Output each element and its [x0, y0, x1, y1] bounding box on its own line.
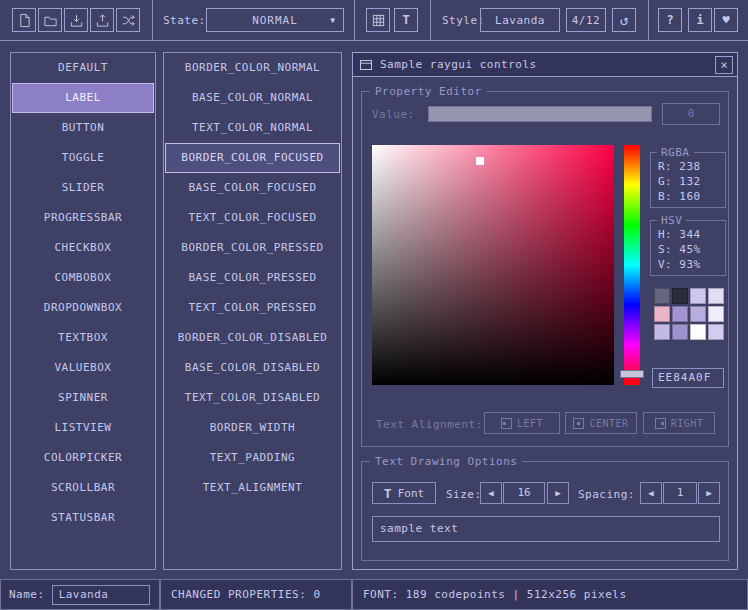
- control-type-item[interactable]: DEFAULT: [11, 53, 155, 83]
- group-label: Property Editor: [370, 85, 487, 98]
- align-right-button[interactable]: RIGHT: [643, 412, 715, 434]
- help-button[interactable]: ?: [658, 8, 682, 32]
- style-export-button[interactable]: [90, 8, 114, 32]
- hue-slider-handle[interactable]: [620, 370, 644, 378]
- save-icon: [69, 13, 84, 28]
- style-property-item[interactable]: BORDER_COLOR_PRESSED: [164, 233, 341, 263]
- size-value-box[interactable]: 16: [503, 482, 545, 504]
- color-swatch[interactable]: [690, 288, 706, 304]
- color-swatch[interactable]: [690, 306, 706, 322]
- info-button[interactable]: i: [688, 8, 712, 32]
- color-swatch[interactable]: [654, 306, 670, 322]
- hsv-group: HSV H: 344 S: 45% V: 93%: [650, 220, 726, 276]
- style-property-item[interactable]: TEXT_COLOR_NORMAL: [164, 113, 341, 143]
- color-swatch[interactable]: [708, 306, 724, 322]
- style-count-button[interactable]: 4/12: [566, 8, 606, 32]
- window-titlebar[interactable]: Sample raygui controls ×: [353, 53, 737, 77]
- control-type-item[interactable]: PROGRESSBAR: [11, 203, 155, 233]
- rgba-b-value: B: 160: [651, 189, 725, 204]
- align-right-label: RIGHT: [671, 418, 704, 429]
- value-slider[interactable]: [428, 106, 652, 122]
- value-box[interactable]: 0: [662, 103, 720, 125]
- color-swatch[interactable]: [654, 288, 670, 304]
- close-icon: ×: [720, 58, 727, 72]
- control-type-item[interactable]: CHECKBOX: [11, 233, 155, 263]
- text-drawing-options-group: Text Drawing Options T Font Size: ◀ 16 ▶…: [361, 461, 729, 561]
- color-swatch[interactable]: [708, 324, 724, 340]
- style-property-item[interactable]: TEXT_COLOR_DISABLED: [164, 383, 341, 413]
- text-alignment-label: Text Alignment:: [376, 418, 483, 431]
- align-center-icon: [573, 418, 584, 429]
- control-type-item[interactable]: SCROLLBAR: [11, 473, 155, 503]
- size-increase-button[interactable]: ▶: [547, 482, 569, 504]
- spacing-value-box[interactable]: 1: [663, 482, 697, 504]
- control-type-item[interactable]: TOGGLE: [11, 143, 155, 173]
- control-type-item[interactable]: SPINNER: [11, 383, 155, 413]
- style-property-item[interactable]: TEXT_COLOR_FOCUSED: [164, 203, 341, 233]
- color-swatch[interactable]: [672, 288, 688, 304]
- toolbar-divider: [354, 0, 355, 41]
- style-reload-button[interactable]: ↺: [612, 8, 636, 32]
- close-button[interactable]: ×: [715, 56, 733, 74]
- state-label: State:: [163, 0, 206, 41]
- control-type-item[interactable]: BUTTON: [11, 113, 155, 143]
- state-dropdown[interactable]: NORMAL ▼: [206, 8, 344, 32]
- align-left-label: LEFT: [517, 418, 543, 429]
- font-atlas-button[interactable]: [366, 8, 390, 32]
- control-type-item[interactable]: COMBOBOX: [11, 263, 155, 293]
- style-property-item[interactable]: BASE_COLOR_PRESSED: [164, 263, 341, 293]
- random-style-button[interactable]: [116, 8, 140, 32]
- style-property-item[interactable]: BASE_COLOR_FOCUSED: [164, 173, 341, 203]
- style-property-item[interactable]: BORDER_COLOR_NORMAL: [164, 53, 341, 83]
- color-swatch[interactable]: [672, 324, 688, 340]
- align-right-icon: [655, 418, 666, 429]
- rguistyler-app: State: NORMAL ▼ T Style: Lavanda 4/12 ↺ …: [0, 0, 748, 610]
- style-property-item[interactable]: BORDER_WIDTH: [164, 413, 341, 443]
- color-swatch[interactable]: [690, 324, 706, 340]
- align-center-button[interactable]: CENTER: [565, 412, 637, 434]
- style-property-item[interactable]: BASE_COLOR_DISABLED: [164, 353, 341, 383]
- spacing-increase-button[interactable]: ▶: [698, 482, 720, 504]
- control-type-item[interactable]: LISTVIEW: [11, 413, 155, 443]
- align-center-label: CENTER: [589, 418, 628, 429]
- color-cursor[interactable]: [476, 157, 484, 165]
- file-new-button[interactable]: [12, 8, 36, 32]
- controls-list: DEFAULTLABELBUTTONTOGGLESLIDERPROGRESSBA…: [10, 52, 156, 570]
- window-icon: [360, 59, 372, 71]
- sponsor-button[interactable]: ♥: [714, 8, 738, 32]
- align-left-button[interactable]: LEFT: [484, 412, 560, 434]
- font-button[interactable]: T Font: [372, 482, 436, 504]
- control-type-item[interactable]: COLORPICKER: [11, 443, 155, 473]
- control-type-item[interactable]: DROPDOWNBOX: [11, 293, 155, 323]
- control-type-item[interactable]: TEXTBOX: [11, 323, 155, 353]
- control-type-item[interactable]: SLIDER: [11, 173, 155, 203]
- file-save-button[interactable]: [64, 8, 88, 32]
- hex-value-input[interactable]: EE84A0F: [652, 368, 724, 388]
- style-property-item[interactable]: BORDER_COLOR_FOCUSED: [165, 143, 340, 173]
- hsv-label: HSV: [657, 214, 686, 227]
- style-name-input[interactable]: Lavanda: [52, 585, 150, 605]
- color-swatch[interactable]: [708, 288, 724, 304]
- hsv-h-value: H: 344: [651, 227, 725, 242]
- window-title: Sample raygui controls: [380, 58, 537, 71]
- color-swatch[interactable]: [672, 306, 688, 322]
- property-editor-group: Property Editor Value: 0 RGBA R: 238 G: …: [361, 91, 729, 447]
- size-decrease-button[interactable]: ◀: [480, 482, 502, 504]
- color-swatch[interactable]: [654, 324, 670, 340]
- spacing-decrease-button[interactable]: ◀: [640, 482, 662, 504]
- style-name-button[interactable]: Lavanda: [480, 8, 560, 32]
- style-property-item[interactable]: BORDER_COLOR_DISABLED: [164, 323, 341, 353]
- style-property-item[interactable]: BASE_COLOR_NORMAL: [164, 83, 341, 113]
- text-tool-button[interactable]: T: [394, 8, 418, 32]
- control-type-item[interactable]: LABEL: [12, 83, 154, 113]
- control-type-item[interactable]: STATUSBAR: [11, 503, 155, 533]
- sample-text-input[interactable]: sample text: [372, 516, 720, 542]
- style-property-item[interactable]: TEXT_COLOR_PRESSED: [164, 293, 341, 323]
- style-property-item[interactable]: TEXT_PADDING: [164, 443, 341, 473]
- file-open-button[interactable]: [38, 8, 62, 32]
- name-label: Name:: [1, 588, 45, 601]
- style-property-item[interactable]: TEXT_ALIGNMENT: [164, 473, 341, 503]
- control-type-item[interactable]: VALUEBOX: [11, 353, 155, 383]
- hue-bar[interactable]: [624, 145, 640, 385]
- color-saturation-panel[interactable]: [372, 145, 614, 385]
